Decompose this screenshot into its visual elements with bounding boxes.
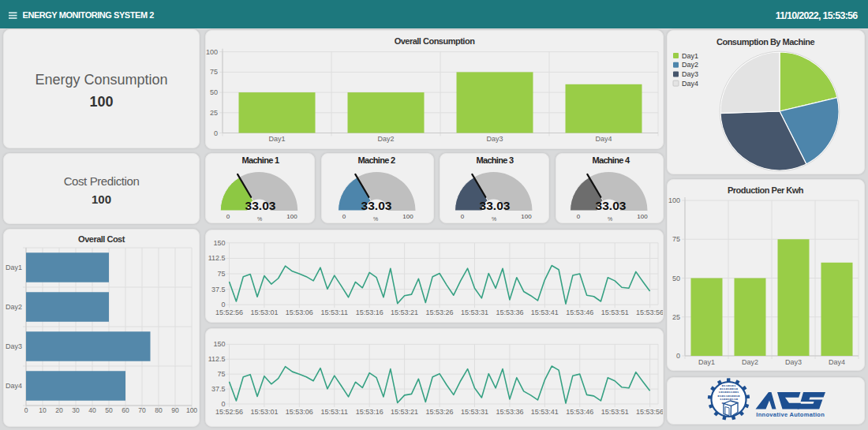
svg-text:90: 90 [171,406,179,414]
svg-text:33.03: 33.03 [596,199,627,212]
svg-text:Production Per Kwh: Production Per Kwh [728,185,804,195]
svg-text:15:53:26: 15:53:26 [426,308,454,316]
svg-text:15:53:16: 15:53:16 [356,408,383,416]
svg-text:150: 150 [213,340,225,348]
svg-text:150: 150 [213,239,225,247]
svg-text:Day3: Day3 [486,135,503,143]
svg-text:25: 25 [672,313,680,321]
svg-text:33.03: 33.03 [361,199,391,212]
svg-text:Day2: Day2 [682,61,698,69]
svg-text:Innovative Automation: Innovative Automation [756,411,825,418]
svg-text:70: 70 [138,406,146,414]
svg-text:50: 50 [105,406,113,414]
svg-text:15:53:01: 15:53:01 [250,308,278,316]
svg-text:15:53:31: 15:53:31 [461,308,488,316]
svg-text:100: 100 [637,213,648,220]
svg-text:15:52:56: 15:52:56 [215,308,243,316]
svg-text:15:53:56: 15:53:56 [636,408,664,416]
svg-text:100: 100 [402,213,413,220]
svg-text:Day3: Day3 [6,342,22,350]
svg-text:Day4: Day4 [829,358,845,366]
svg-text:15:53:41: 15:53:41 [531,308,559,316]
svg-text:15:53:41: 15:53:41 [531,408,559,416]
svg-text:15:53:46: 15:53:46 [566,308,593,316]
svg-text:15:53:11: 15:53:11 [321,308,348,316]
svg-text:15:53:31: 15:53:31 [461,408,488,416]
svg-text:0: 0 [24,406,28,414]
svg-text:Day2: Day2 [6,303,22,311]
svg-text:15:53:21: 15:53:21 [391,308,418,316]
svg-text:Day4: Day4 [595,135,612,143]
svg-text:15:53:11: 15:53:11 [321,408,348,416]
svg-text:10: 10 [39,406,47,414]
svg-text:100: 100 [286,213,297,220]
svg-text:15:53:56: 15:53:56 [636,308,664,316]
svg-text:100: 100 [668,196,680,204]
svg-text:33.03: 33.03 [245,199,276,212]
svg-text:Day1: Day1 [698,358,715,366]
svg-text:0: 0 [214,129,218,137]
svg-text:80: 80 [155,406,163,414]
svg-text:75: 75 [672,235,680,243]
svg-text:Machine 4: Machine 4 [593,155,630,165]
svg-text:Machine 3: Machine 3 [477,155,514,165]
svg-text:20: 20 [55,406,63,414]
svg-text:15:53:51: 15:53:51 [601,308,629,316]
svg-text:33.03: 33.03 [480,199,511,212]
svg-text:%: % [492,216,496,222]
svg-text:15:53:16: 15:53:16 [356,308,383,316]
svg-text:100: 100 [206,48,218,56]
svg-text:112.5: 112.5 [208,254,226,262]
svg-text:Day4: Day4 [6,382,22,390]
svg-text:15:53:36: 15:53:36 [496,308,523,316]
svg-text:0: 0 [676,352,680,360]
svg-text:15:53:21: 15:53:21 [391,408,418,416]
svg-text:Consumption By Machine: Consumption By Machine [716,37,814,47]
svg-text:ENERGY MONITORING SYSTEM 2: ENERGY MONITORING SYSTEM 2 [23,10,155,20]
svg-text:Machine 1: Machine 1 [242,155,279,165]
svg-text:100: 100 [521,213,532,220]
svg-text:Day3: Day3 [785,358,802,366]
svg-text:15:53:46: 15:53:46 [566,408,593,416]
svg-text:Day1: Day1 [6,264,22,271]
svg-text:0: 0 [577,213,581,220]
svg-text:15:52:56: 15:52:56 [215,408,243,416]
svg-text:50: 50 [210,88,218,96]
svg-text:15:53:06: 15:53:06 [286,308,313,316]
svg-text:0: 0 [342,213,346,220]
svg-text:Day3: Day3 [682,70,698,78]
svg-text:100: 100 [186,406,197,414]
svg-text:Day4: Day4 [682,80,698,88]
svg-text:37.5: 37.5 [211,385,226,393]
svg-text:15:53:01: 15:53:01 [250,408,278,416]
svg-text:Machine 2: Machine 2 [357,155,395,165]
svg-text:0: 0 [226,213,230,220]
svg-text:112.5: 112.5 [208,355,226,363]
svg-text:%: % [372,216,377,222]
svg-text:60: 60 [122,406,129,414]
svg-text:11/10/2022, 15:53:56: 11/10/2022, 15:53:56 [776,10,859,21]
svg-text:Overall Cost: Overall Cost [78,234,125,244]
svg-text:75: 75 [217,270,225,278]
svg-text:Day1: Day1 [268,135,285,143]
svg-text:0: 0 [461,213,465,220]
svg-text:75: 75 [217,370,225,378]
svg-text:Day2: Day2 [377,135,394,143]
svg-text:40: 40 [88,406,96,414]
svg-text:Day1: Day1 [682,52,698,60]
svg-text:15:53:51: 15:53:51 [601,408,629,416]
svg-text:30: 30 [72,406,80,414]
svg-text:37.5: 37.5 [211,286,226,294]
svg-text:75: 75 [210,68,218,76]
svg-text:0: 0 [221,301,225,308]
svg-text:15:53:36: 15:53:36 [496,408,523,416]
svg-text:%: % [608,216,612,222]
svg-text:0: 0 [221,400,225,408]
svg-text:25: 25 [210,109,218,117]
svg-text:Overall Consumption: Overall Consumption [395,36,476,46]
svg-text:%: % [257,216,262,222]
svg-text:15:53:06: 15:53:06 [286,408,313,416]
svg-text:15:53:26: 15:53:26 [426,408,454,416]
svg-text:50: 50 [672,275,680,282]
svg-text:Day2: Day2 [742,358,758,366]
